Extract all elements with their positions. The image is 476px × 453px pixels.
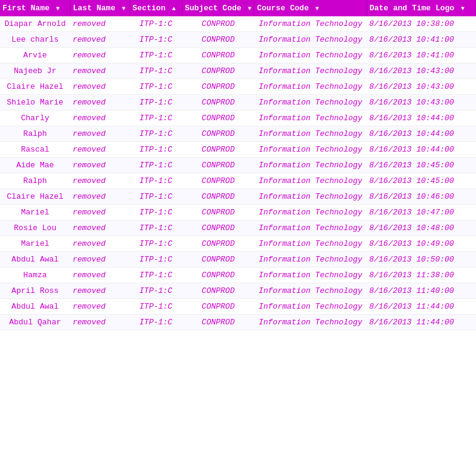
cell-section: ITP-1:C — [130, 48, 182, 63]
cell-subject-code: CONPROD — [182, 158, 254, 173]
table-row: Aide MaeremovedITP-1:CCONPRODInformation… — [0, 158, 476, 173]
cell-last-name: removed — [70, 268, 130, 283]
cell-course-code: Information Technology — [254, 63, 367, 79]
cell-last-name: removed — [70, 283, 130, 299]
cell-section: ITP-1:C — [130, 220, 182, 236]
cell-date-time: 8/16/2013 10:41:00 — [367, 48, 475, 63]
header-subject-code[interactable]: Subject Code ▼ — [182, 0, 254, 16]
cell-last-name: removed — [70, 79, 130, 95]
cell-first-name: Aide Mae — [0, 158, 70, 173]
cell-subject-code: CONPROD — [182, 205, 254, 220]
cell-subject-code: CONPROD — [182, 283, 254, 299]
cell-last-name: removed — [70, 236, 130, 252]
table-row: CharlyremovedITP-1:CCONPRODInformation T… — [0, 111, 476, 126]
table-row: HamzaremovedITP-1:CCONPRODInformation Te… — [0, 268, 476, 283]
cell-subject-code: CONPROD — [182, 63, 254, 79]
cell-date-time: 8/16/2013 10:49:00 — [367, 236, 475, 252]
header-first-name[interactable]: First Name ▼ — [0, 0, 70, 16]
cell-subject-code: CONPROD — [182, 220, 254, 236]
cell-course-code: Information Technology — [254, 268, 367, 283]
table-row: RascalremovedITP-1:CCONPRODInformation T… — [0, 142, 476, 158]
cell-section: ITP-1:C — [130, 173, 182, 189]
cell-subject-code: CONPROD — [182, 126, 254, 142]
sort-icon-date[interactable]: ▼ — [461, 5, 465, 12]
cell-last-name: removed — [70, 111, 130, 126]
cell-subject-code: CONPROD — [182, 142, 254, 158]
cell-course-code: Information Technology — [254, 95, 367, 111]
table-row: Shielo MarieremovedITP-1:CCONPRODInforma… — [0, 95, 476, 111]
sort-icon-course[interactable]: ▼ — [315, 5, 319, 12]
cell-subject-code: CONPROD — [182, 95, 254, 111]
cell-date-time: 8/16/2013 11:40:00 — [367, 283, 475, 299]
table-row: Claire HazelremovedITP-1:CCONPRODInforma… — [0, 79, 476, 95]
cell-section: ITP-1:C — [130, 299, 182, 315]
cell-course-code: Information Technology — [254, 283, 367, 299]
table-row: Claire HazelremovedITP-1:CCONPRODInforma… — [0, 189, 476, 205]
cell-date-time: 8/16/2013 10:47:00 — [367, 205, 475, 220]
sort-icon-subject[interactable]: ▼ — [248, 5, 251, 12]
cell-date-time: 8/16/2013 10:38:00 — [367, 16, 475, 32]
table-row: MarielremovedITP-1:CCONPRODInformation T… — [0, 205, 476, 220]
cell-section: ITP-1:C — [130, 95, 182, 111]
cell-first-name: Abdul Awal — [0, 252, 70, 268]
header-last-name-label: Last Name — [73, 4, 115, 13]
cell-first-name: Charly — [0, 111, 70, 126]
cell-first-name: Rascal — [0, 142, 70, 158]
cell-date-time: 8/16/2013 10:44:00 — [367, 111, 475, 126]
header-first-name-label: First Name — [2, 4, 50, 13]
cell-course-code: Information Technology — [254, 48, 367, 63]
header-date-time[interactable]: Date and Time Logo ▼ — [367, 0, 475, 16]
cell-last-name: removed — [70, 220, 130, 236]
cell-date-time: 8/16/2013 10:44:00 — [367, 142, 475, 158]
sort-icon-section[interactable]: ▲ — [172, 5, 176, 12]
cell-date-time: 8/16/2013 10:45:00 — [367, 158, 475, 173]
cell-first-name: Rosie Lou — [0, 220, 70, 236]
cell-course-code: Information Technology — [254, 32, 367, 48]
cell-section: ITP-1:C — [130, 111, 182, 126]
header-last-name[interactable]: Last Name ▼ — [70, 0, 130, 16]
cell-last-name: removed — [70, 299, 130, 315]
header-subject-code-label: Subject Code — [185, 4, 242, 13]
cell-first-name: Ralph — [0, 173, 70, 189]
cell-course-code: Information Technology — [254, 79, 367, 95]
cell-date-time: 8/16/2013 10:48:00 — [367, 220, 475, 236]
sort-icon-last-name[interactable]: ▼ — [122, 5, 126, 12]
cell-first-name: Najeeb Jr — [0, 63, 70, 79]
cell-subject-code: CONPROD — [182, 299, 254, 315]
cell-subject-code: CONPROD — [182, 252, 254, 268]
cell-course-code: Information Technology — [254, 220, 367, 236]
header-course-code[interactable]: Course Code ▼ — [254, 0, 367, 16]
cell-date-time: 8/16/2013 10:43:00 — [367, 95, 475, 111]
cell-course-code: Information Technology — [254, 299, 367, 315]
cell-subject-code: CONPROD — [182, 315, 254, 330]
header-section[interactable]: Section ▲ — [130, 0, 182, 16]
header-row: First Name ▼ Last Name ▼ Section ▲ Subje… — [0, 0, 476, 16]
cell-last-name: removed — [70, 315, 130, 330]
cell-course-code: Information Technology — [254, 126, 367, 142]
cell-date-time: 8/16/2013 11:44:00 — [367, 315, 475, 330]
cell-course-code: Information Technology — [254, 111, 367, 126]
cell-course-code: Information Technology — [254, 16, 367, 32]
table-row: Abdul AwalremovedITP-1:CCONPRODInformati… — [0, 252, 476, 268]
cell-subject-code: CONPROD — [182, 16, 254, 32]
cell-date-time: 8/16/2013 10:46:00 — [367, 189, 475, 205]
cell-course-code: Information Technology — [254, 173, 367, 189]
cell-first-name: April Ross — [0, 283, 70, 299]
cell-section: ITP-1:C — [130, 126, 182, 142]
cell-subject-code: CONPROD — [182, 48, 254, 63]
cell-section: ITP-1:C — [130, 236, 182, 252]
cell-subject-code: CONPROD — [182, 236, 254, 252]
cell-last-name: removed — [70, 126, 130, 142]
cell-subject-code: CONPROD — [182, 79, 254, 95]
cell-date-time: 8/16/2013 10:43:00 — [367, 79, 475, 95]
cell-course-code: Information Technology — [254, 315, 367, 330]
cell-last-name: removed — [70, 142, 130, 158]
cell-first-name: Lee charls — [0, 32, 70, 48]
sort-icon-first-name[interactable]: ▼ — [56, 5, 60, 12]
table-body: Diapar ArnoldremovedITP-1:CCONPRODInform… — [0, 16, 476, 330]
cell-last-name: removed — [70, 252, 130, 268]
cell-date-time: 8/16/2013 11:44:00 — [367, 299, 475, 315]
cell-section: ITP-1:C — [130, 16, 182, 32]
cell-subject-code: CONPROD — [182, 173, 254, 189]
table-row: RalphremovedITP-1:CCONPRODInformation Te… — [0, 173, 476, 189]
